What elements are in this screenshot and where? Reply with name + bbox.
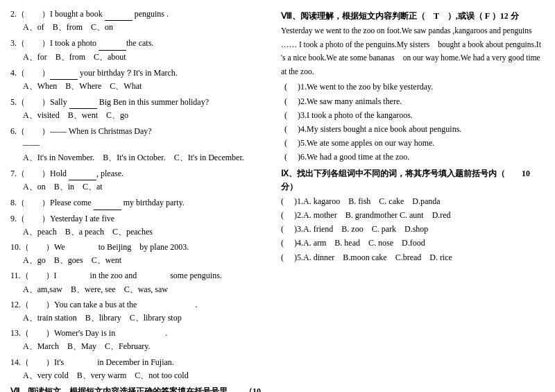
judge-5: ( )5.We ate some apples on our way home. (281, 137, 545, 150)
q13-options: A、March B、May C、February. (10, 340, 274, 353)
question-6: 6.（ ）—— When is Christmas Day? —— A、It's… (10, 125, 274, 165)
q4-text: 4.（ ） your birthday？It's in March. (10, 66, 178, 80)
q9-options: A、peach B、a peach C、peaches (10, 225, 274, 239)
q8-text: 8.（ ）Please come my birthday party. (10, 196, 185, 210)
judge-2: ( )2.We saw many animals there. (281, 95, 545, 108)
q2-options: A、of B、from C、on (10, 21, 274, 34)
section7-title: Ⅶ、阅读短文，根据短文内容选择正确的答案填在括号号里。 （10分） (10, 385, 274, 392)
question-12: 12.（ ）You can take a bus at the . A、trai… (10, 298, 274, 325)
q11-line: 11.（ ）I in the zoo and some penguins. (10, 269, 274, 282)
q7-line: 7.（ ）Hold , please. (10, 167, 274, 180)
ix-q1: ( )1.A. kagaroo B. fish C. cake D.panda (281, 195, 545, 208)
ix-q4: ( )4.A. arm B. head C. nose D.food (281, 237, 545, 250)
left-column: 2.（ ）I bought a book penguins . A、of B、f… (10, 7, 274, 392)
q9-line: 9.（ ）Yesterday I ate five (10, 212, 274, 225)
question-9: 9.（ ）Yesterday I ate five A、peach B、a pe… (10, 212, 274, 239)
question-13: 13.（ ）Womer's Day is in . A、March B、May … (10, 327, 274, 353)
q8-line: 8.（ ）Please come my birthday party. (10, 196, 274, 210)
question-10: 10.（ ）We to Beijing by plane 2003. A、go … (10, 241, 274, 267)
q5-text: 5.（ ）Sally Big Ben in this summer holida… (10, 95, 209, 109)
judge-1: ( )1.We went to the zoo by bike yesterda… (281, 80, 545, 94)
question-14: 14.（ ）It's in December in Fujian. A、very… (10, 356, 274, 382)
question-7: 7.（ ）Hold , please. A、on B、in C、at (10, 167, 274, 194)
q14-text: 14.（ ）It's in December in Fujian. (10, 356, 174, 369)
right-column: Ⅷ、阅读理解，根据短文内容判断正（ T ）,或误（ F ）12 分 Yester… (281, 7, 545, 392)
q14-line: 14.（ ）It's in December in Fujian. (10, 356, 274, 369)
question-4: 4.（ ） your birthday？It's in March. A、Whe… (10, 66, 274, 93)
q10-options: A、go B、goes C、went (10, 254, 274, 267)
ix-q3: ( )3.A. friend B. zoo C. park D.shop (281, 223, 545, 236)
question-3: 3.（ ）I took a photo the cats. A、for B、fr… (10, 36, 274, 63)
q5-line: 5.（ ）Sally Big Ben in this summer holida… (10, 95, 274, 109)
judge-4: ( )4.My sisters bought a nice book about… (281, 123, 545, 136)
ix-q2: ( )2.A. mother B. grandmother C. aunt D.… (281, 209, 545, 222)
q6-options: A、It's in November. B、It's in October. C… (10, 151, 274, 164)
q13-line: 13.（ ）Womer's Day is in . (10, 327, 274, 340)
q11-options: A、am,saw B、were, see C、was, saw (10, 283, 274, 296)
q12-line: 12.（ ）You can take a bus at the . (10, 298, 274, 312)
question-11: 11.（ ）I in the zoo and some penguins. A、… (10, 269, 274, 296)
q2-text: 2.（ ）I bought a book penguins . (10, 7, 169, 21)
q6-line: 6.（ ）—— When is Christmas Day? (10, 125, 274, 138)
q4-options: A、When B、Where C、What (10, 80, 274, 93)
ix-q5: ( )5.A. dinner B.moon cake C.bread D. ri… (281, 251, 545, 264)
question-2: 2.（ ）I bought a book penguins . A、of B、f… (10, 7, 274, 34)
q3-options: A、for B、from C、about (10, 51, 274, 64)
judge-3: ( )3.I took a photo of the kangaroos. (281, 109, 545, 122)
q3-text: 3.（ ）I took a photo the cats. (10, 36, 153, 50)
q6-text: 6.（ ）—— When is Christmas Day? (10, 125, 152, 138)
q5-options: A、visited B、went C、go (10, 109, 274, 122)
section9-title: Ⅸ、找出下列各组词中不同的词，将其序号填入题前括号内（ 10分） (281, 167, 545, 194)
section8-passage: Yesterday we went to the zoo on foot.We … (281, 24, 545, 78)
q7-options: A、on B、in C、at (10, 180, 274, 194)
q7-text: 7.（ ）Hold , please. (10, 167, 123, 180)
q4-line: 4.（ ） your birthday？It's in March. (10, 66, 274, 80)
q13-text: 13.（ ）Womer's Day is in . (10, 327, 167, 340)
question-5: 5.（ ）Sally Big Ben in this summer holida… (10, 95, 274, 122)
q11-text: 11.（ ）I in the zoo and some penguins. (10, 269, 222, 282)
q6-dash: —— (10, 138, 274, 151)
question-8: 8.（ ）Please come my birthday party. (10, 196, 274, 210)
page-container: 2.（ ）I bought a book penguins . A、of B、f… (10, 7, 545, 392)
q10-line: 10.（ ）We to Beijing by plane 2003. (10, 241, 274, 254)
q9-text: 9.（ ）Yesterday I ate five (10, 212, 114, 225)
section8-title: Ⅷ、阅读理解，根据短文内容判断正（ T ）,或误（ F ）12 分 (281, 10, 545, 23)
q12-text: 12.（ ）You can take a bus at the . (10, 298, 197, 312)
q10-text: 10.（ ）We to Beijing by plane 2003. (10, 241, 189, 254)
judge-6: ( )6.We had a good time at the zoo. (281, 151, 545, 164)
q14-options: A、very cold B、very warm C、not too cold (10, 369, 274, 382)
q12-options: A、train station B、library C、library stop (10, 312, 274, 325)
section9: Ⅸ、找出下列各组词中不同的词，将其序号填入题前括号内（ 10分） ( )1.A.… (281, 167, 545, 264)
q3-line: 3.（ ）I took a photo the cats. (10, 36, 274, 50)
q2-line: 2.（ ）I bought a book penguins . (10, 7, 274, 21)
